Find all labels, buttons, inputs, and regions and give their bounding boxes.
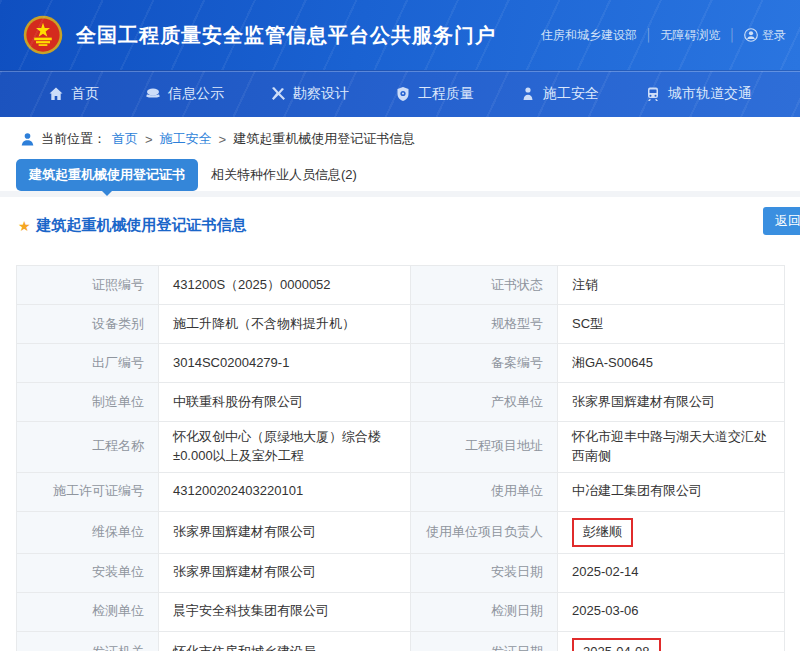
field-value: 张家界国辉建材有限公司	[159, 554, 411, 593]
quality-shield-icon	[395, 86, 411, 102]
tab-special-workers[interactable]: 相关特种作业人员信息(2)	[198, 159, 370, 191]
star-icon: ★	[18, 218, 31, 234]
breadcrumb-separator: >	[145, 132, 153, 147]
field-value: 湘GA-S00645	[558, 344, 784, 383]
nav-item-metro[interactable]: 城市轨道交通	[645, 85, 752, 103]
mohurd-link[interactable]: 住房和城乡建设部	[541, 27, 637, 44]
field-value: 431200S（2025）0000052	[159, 266, 411, 305]
field-label: 检测日期	[411, 593, 558, 632]
badge-icon	[145, 86, 161, 102]
page-title: 建筑起重机械使用登记证书信息	[37, 216, 247, 235]
tab-certificate-info[interactable]: 建筑起重机械使用登记证书	[16, 159, 198, 191]
breadcrumb-home[interactable]: 首页	[112, 130, 138, 148]
field-value: 张家界国辉建材有限公司	[159, 512, 411, 554]
login-link[interactable]: 登录	[744, 27, 786, 44]
field-label: 使用单位项目负责人	[411, 512, 558, 554]
breadcrumb: 当前位置： 首页 > 施工安全 > 建筑起重机械使用登记证书信息	[0, 117, 800, 159]
field-label: 制造单位	[17, 383, 159, 422]
field-value: 晨宇安全科技集团有限公司	[159, 593, 411, 632]
field-label: 检测单位	[17, 593, 159, 632]
metro-train-icon	[645, 86, 661, 102]
nav-item-survey-design[interactable]: 勘察设计	[270, 85, 349, 103]
section-header: ★ 建筑起重机械使用登记证书信息 返回	[0, 197, 800, 239]
field-value: 施工升降机（不含物料提升机）	[159, 305, 411, 344]
user-icon	[744, 28, 758, 42]
home-icon	[48, 86, 64, 102]
national-emblem-logo	[22, 14, 64, 56]
field-label: 发证机关	[17, 632, 159, 651]
certificate-table: 证照编号431200S（2025）0000052证书状态注销设备类别施工升降机（…	[16, 265, 785, 651]
highlight-box: 彭继顺	[572, 518, 633, 547]
site-title: 全国工程质量安全监管信息平台公共服务门户	[76, 22, 496, 49]
field-label: 安装单位	[17, 554, 159, 593]
field-label: 备案编号	[411, 344, 558, 383]
field-label: 工程项目地址	[411, 422, 558, 473]
field-value: 怀化双创中心（原绿地大厦）综合楼±0.000以上及室外工程	[159, 422, 411, 473]
highlight-box: 2025-04-08	[572, 638, 661, 651]
nav-item-home[interactable]: 首页	[48, 85, 99, 103]
breadcrumb-prefix: 当前位置：	[41, 130, 106, 148]
field-value: 张家界国辉建材有限公司	[558, 383, 784, 422]
field-value: 2025-03-06	[558, 593, 784, 632]
field-label: 产权单位	[411, 383, 558, 422]
separator: │	[645, 28, 653, 42]
field-value: SC型	[558, 305, 784, 344]
nav-item-info-publicity[interactable]: 信息公示	[145, 85, 224, 103]
back-button[interactable]: 返回	[763, 207, 800, 235]
field-label: 证书状态	[411, 266, 558, 305]
person-icon	[20, 132, 35, 147]
field-label: 规格型号	[411, 305, 558, 344]
field-label: 出厂编号	[17, 344, 159, 383]
field-label: 施工许可证编号	[17, 473, 159, 512]
field-value: 3014SC02004279-1	[159, 344, 411, 383]
site-header: 全国工程质量安全监管信息平台公共服务门户 住房和城乡建设部 │ 无障碍浏览 │ …	[0, 0, 800, 70]
field-value: 中联重科股份有限公司	[159, 383, 411, 422]
breadcrumb-current: 建筑起重机械使用登记证书信息	[233, 130, 415, 148]
field-value: 中冶建工集团有限公司	[558, 473, 784, 512]
field-label: 设备类别	[17, 305, 159, 344]
nav-item-safety[interactable]: 施工安全	[520, 85, 599, 103]
field-value: 怀化市住房和城乡建设局	[159, 632, 411, 651]
field-label: 维保单位	[17, 512, 159, 554]
accessibility-link[interactable]: 无障碍浏览	[661, 27, 721, 44]
field-value: 彭继顺	[558, 512, 784, 554]
field-label: 证照编号	[17, 266, 159, 305]
survey-icon	[270, 86, 286, 102]
field-label: 工程名称	[17, 422, 159, 473]
field-value: 注销	[558, 266, 784, 305]
field-value: 2025-02-14	[558, 554, 784, 593]
field-value: 怀化市迎丰中路与湖天大道交汇处西南侧	[558, 422, 784, 473]
nav-item-quality[interactable]: 工程质量	[395, 85, 474, 103]
safety-person-icon	[520, 86, 536, 102]
main-nav: 首页 信息公示 勘察设计 工程质量 施工安全 城市轨道交通	[0, 70, 800, 117]
breadcrumb-parent[interactable]: 施工安全	[160, 130, 212, 148]
field-label: 使用单位	[411, 473, 558, 512]
detail-tabs: 建筑起重机械使用登记证书 相关特种作业人员信息(2)	[0, 159, 800, 191]
field-value: 431200202403220101	[159, 473, 411, 512]
field-label: 安装日期	[411, 554, 558, 593]
field-value: 2025-04-08	[558, 632, 784, 651]
field-label: 发证日期	[411, 632, 558, 651]
separator: │	[729, 28, 737, 42]
breadcrumb-separator: >	[219, 132, 227, 147]
header-links: 住房和城乡建设部 │ 无障碍浏览 │ 登录	[541, 27, 786, 44]
